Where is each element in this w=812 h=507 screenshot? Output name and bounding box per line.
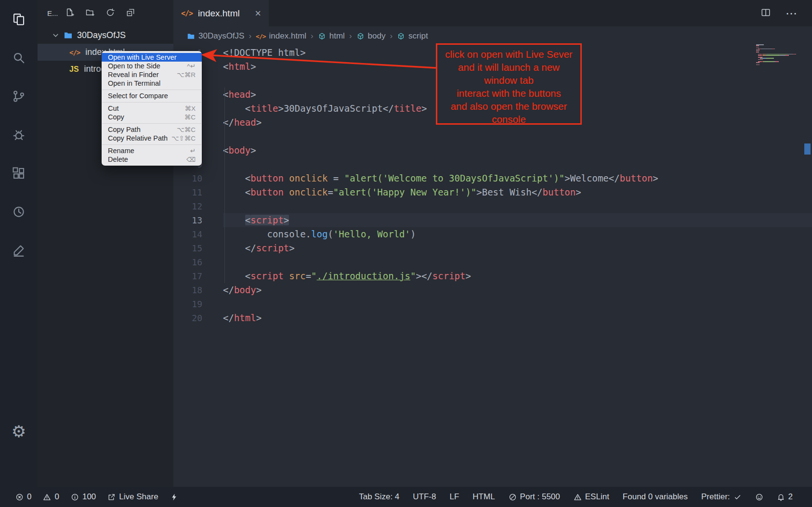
menu-item-copy-path[interactable]: Copy Path⌥⌘C [102,125,202,134]
annotation-line: window tab [437,74,580,87]
status-port-5500[interactable]: Port : 5500 [509,492,560,502]
menu-item-cut[interactable]: Cut⌘X [102,104,202,113]
code-line-14[interactable]: 14 console.log('Hello, World') [173,227,812,241]
status-2[interactable]: 2 [777,492,793,502]
status-0[interactable]: 0 [43,492,59,502]
menu-item-reveal-in-finder[interactable]: Reveal in Finder⌥⌘R [102,70,202,79]
source-control-icon[interactable] [0,77,38,116]
status-tab-size-4[interactable]: Tab Size: 4 [359,492,399,502]
status-0[interactable]: 0 [15,492,31,502]
new-file-icon[interactable] [65,8,75,19]
code-line-19[interactable]: 19 [173,297,812,311]
line-content [202,255,223,269]
menu-item-shortcut: ⌥⌘C [177,126,196,133]
status-found-0-variables[interactable]: Found 0 variables [623,492,688,502]
new-folder-icon[interactable] [85,8,95,19]
status-smiley[interactable] [755,493,763,501]
feedback-pen-icon[interactable] [0,231,38,270]
breadcrumb-separator-icon: › [249,31,251,41]
status-html[interactable]: HTML [472,492,495,502]
code-line-9[interactable]: 9 [173,157,812,171]
explorer-icon[interactable] [0,0,38,39]
status-100[interactable]: 100 [71,492,96,502]
menu-item-open-to-the-side[interactable]: Open to the Side^↵ [102,62,202,70]
tree-root-folder[interactable]: 30DaysOfJS [38,26,173,44]
status-bolt[interactable] [170,493,178,501]
code-line-10[interactable]: 10 <button onclick = "alert('Welcome to … [173,171,812,185]
line-content: <html> [202,60,256,74]
line-content: </script> [202,241,295,255]
menu-item-rename[interactable]: Rename↵ [102,146,202,155]
context-menu: Open with Live ServerOpen to the Side^↵R… [102,51,202,166]
smiley-icon [755,493,763,501]
status-label: Found 0 variables [623,492,688,502]
status-live-share[interactable]: Live Share [107,492,158,502]
tab-close-icon[interactable]: × [255,8,261,19]
collapse-folders-icon[interactable] [126,8,135,19]
line-content: <head> [202,88,256,102]
run-debug-icon[interactable] [0,116,38,154]
menu-item-label: Open in Terminal [108,79,160,87]
minimap[interactable] [756,44,799,65]
info-icon [71,493,79,501]
bell-icon [777,493,785,501]
code-line-15[interactable]: 15 </script> [173,241,812,255]
tab-index-html[interactable]: </> index.html × [173,0,269,26]
line-number: 20 [173,311,202,325]
line-content: </body> [202,283,262,297]
annotation-line: click on open with Live Sever [437,48,580,61]
menu-item-delete[interactable]: Delete⌫ [102,155,202,164]
status-label: LF [449,492,459,502]
search-icon[interactable] [0,39,38,77]
breadcrumb-separator-icon: › [311,31,314,41]
code-line-13[interactable]: 13 <script> [173,213,812,227]
menu-separator [102,123,201,124]
breadcrumb-item-script[interactable]: script [397,31,428,41]
status-lf[interactable]: LF [449,492,459,502]
line-number: 17 [173,269,202,283]
tab-bar: </> index.html × ⋯ [173,0,812,26]
chevron-down-icon [52,32,59,39]
status-utf-8[interactable]: UTF-8 [413,492,436,502]
breadcrumb-label: body [368,31,386,41]
code-line-12[interactable]: 12 [173,199,812,213]
menu-item-copy-relative-path[interactable]: Copy Relative Path⌥⇧⌘C [102,134,202,143]
status-eslint[interactable]: ESLint [574,492,609,502]
breadcrumb-item-body[interactable]: body [356,31,386,41]
code-line-11[interactable]: 11 <button onclick="alert('Happy New Yea… [173,185,812,199]
breadcrumb-item-30daysofjs[interactable]: 30DaysOfJS [187,31,244,41]
code-line-16[interactable]: 16 [173,255,812,269]
breadcrumb-item-index-html[interactable]: </>index.html [256,31,306,41]
annotation-line: and also open the browser [437,100,580,113]
extensions-icon[interactable] [0,154,38,193]
refresh-icon[interactable] [105,8,115,19]
code-line-17[interactable]: 17 <script src="./introduction.js"></scr… [173,269,812,283]
root-folder-label: 30DaysOfJS [77,30,126,40]
split-editor-icon[interactable] [760,7,771,20]
more-actions-icon[interactable]: ⋯ [786,7,798,20]
code-line-20[interactable]: 20</html> [173,311,812,325]
menu-item-open-with-live-server[interactable]: Open with Live Server [102,53,202,62]
folder-icon [64,31,73,40]
indent-guide [224,88,225,283]
menu-item-label: Open with Live Server [108,53,177,61]
menu-item-open-in-terminal[interactable]: Open in Terminal [102,79,202,88]
settings-gear-icon[interactable]: ⚙ [0,422,38,441]
line-content [202,130,223,143]
status-prettier[interactable]: Prettier: [701,492,742,502]
line-content: <!DOCTYPE html> [202,46,306,60]
folder-icon [187,32,195,40]
line-number: 13 [173,213,202,227]
menu-item-copy[interactable]: Copy⌘C [102,113,202,121]
menu-item-label: Reveal in Finder [108,71,159,78]
breadcrumb-item-html[interactable]: html [318,31,345,41]
timeline-icon[interactable] [0,193,38,231]
code-line-18[interactable]: 18</body> [173,283,812,297]
menu-item-select-for-compare[interactable]: Select for Compare [102,91,202,100]
code-line-7[interactable]: 7 [173,130,812,143]
menu-item-label: Copy Path [108,126,141,133]
line-content: <button onclick = "alert('Welcome to 30D… [202,171,658,185]
status-label: 0 [54,492,59,502]
code-line-8[interactable]: 8<body> [173,143,812,157]
status-bar: 00100Live Share Tab Size: 4UTF-8LFHTMLPo… [0,487,812,507]
